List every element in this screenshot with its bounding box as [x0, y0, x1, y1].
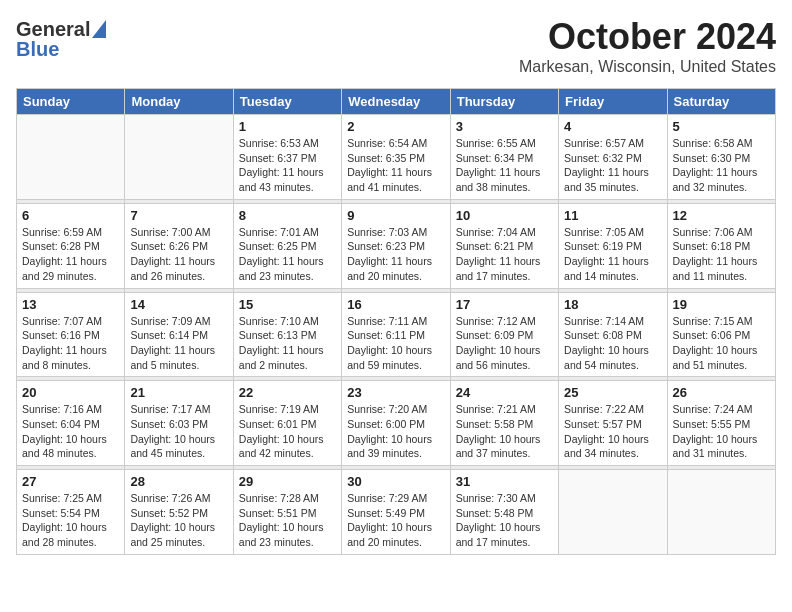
day-number: 24 [456, 385, 553, 400]
table-row: 8Sunrise: 7:01 AM Sunset: 6:25 PM Daylig… [233, 203, 341, 288]
table-row: 9Sunrise: 7:03 AM Sunset: 6:23 PM Daylig… [342, 203, 450, 288]
table-row: 2Sunrise: 6:54 AM Sunset: 6:35 PM Daylig… [342, 115, 450, 200]
table-row [125, 115, 233, 200]
day-number: 30 [347, 474, 444, 489]
header-thursday: Thursday [450, 89, 558, 115]
day-info: Sunrise: 7:14 AM Sunset: 6:08 PM Dayligh… [564, 314, 661, 373]
table-row: 16Sunrise: 7:11 AM Sunset: 6:11 PM Dayli… [342, 292, 450, 377]
table-row: 26Sunrise: 7:24 AM Sunset: 5:55 PM Dayli… [667, 381, 775, 466]
table-row: 28Sunrise: 7:26 AM Sunset: 5:52 PM Dayli… [125, 470, 233, 555]
table-row: 12Sunrise: 7:06 AM Sunset: 6:18 PM Dayli… [667, 203, 775, 288]
day-number: 23 [347, 385, 444, 400]
logo-blue-text: Blue [16, 38, 59, 61]
table-row [17, 115, 125, 200]
table-row: 19Sunrise: 7:15 AM Sunset: 6:06 PM Dayli… [667, 292, 775, 377]
day-number: 29 [239, 474, 336, 489]
calendar-table: Sunday Monday Tuesday Wednesday Thursday… [16, 88, 776, 555]
table-row: 1Sunrise: 6:53 AM Sunset: 6:37 PM Daylig… [233, 115, 341, 200]
day-number: 6 [22, 208, 119, 223]
calendar-week-row: 6Sunrise: 6:59 AM Sunset: 6:28 PM Daylig… [17, 203, 776, 288]
day-info: Sunrise: 7:15 AM Sunset: 6:06 PM Dayligh… [673, 314, 770, 373]
day-number: 16 [347, 297, 444, 312]
day-number: 18 [564, 297, 661, 312]
table-row: 31Sunrise: 7:30 AM Sunset: 5:48 PM Dayli… [450, 470, 558, 555]
day-number: 19 [673, 297, 770, 312]
calendar-week-row: 27Sunrise: 7:25 AM Sunset: 5:54 PM Dayli… [17, 470, 776, 555]
calendar-header-row: Sunday Monday Tuesday Wednesday Thursday… [17, 89, 776, 115]
day-number: 11 [564, 208, 661, 223]
header-tuesday: Tuesday [233, 89, 341, 115]
calendar-week-row: 20Sunrise: 7:16 AM Sunset: 6:04 PM Dayli… [17, 381, 776, 466]
day-info: Sunrise: 7:00 AM Sunset: 6:26 PM Dayligh… [130, 225, 227, 284]
table-row: 22Sunrise: 7:19 AM Sunset: 6:01 PM Dayli… [233, 381, 341, 466]
table-row: 10Sunrise: 7:04 AM Sunset: 6:21 PM Dayli… [450, 203, 558, 288]
day-number: 4 [564, 119, 661, 134]
day-info: Sunrise: 6:55 AM Sunset: 6:34 PM Dayligh… [456, 136, 553, 195]
day-info: Sunrise: 7:25 AM Sunset: 5:54 PM Dayligh… [22, 491, 119, 550]
day-number: 26 [673, 385, 770, 400]
table-row: 15Sunrise: 7:10 AM Sunset: 6:13 PM Dayli… [233, 292, 341, 377]
day-number: 22 [239, 385, 336, 400]
month-title: October 2024 [519, 16, 776, 58]
day-number: 27 [22, 474, 119, 489]
day-info: Sunrise: 7:17 AM Sunset: 6:03 PM Dayligh… [130, 402, 227, 461]
header-friday: Friday [559, 89, 667, 115]
table-row: 17Sunrise: 7:12 AM Sunset: 6:09 PM Dayli… [450, 292, 558, 377]
day-info: Sunrise: 7:19 AM Sunset: 6:01 PM Dayligh… [239, 402, 336, 461]
calendar-week-row: 1Sunrise: 6:53 AM Sunset: 6:37 PM Daylig… [17, 115, 776, 200]
day-number: 7 [130, 208, 227, 223]
day-info: Sunrise: 7:21 AM Sunset: 5:58 PM Dayligh… [456, 402, 553, 461]
day-number: 14 [130, 297, 227, 312]
day-number: 12 [673, 208, 770, 223]
table-row [667, 470, 775, 555]
header-saturday: Saturday [667, 89, 775, 115]
table-row: 27Sunrise: 7:25 AM Sunset: 5:54 PM Dayli… [17, 470, 125, 555]
day-info: Sunrise: 7:07 AM Sunset: 6:16 PM Dayligh… [22, 314, 119, 373]
day-number: 13 [22, 297, 119, 312]
table-row: 5Sunrise: 6:58 AM Sunset: 6:30 PM Daylig… [667, 115, 775, 200]
day-info: Sunrise: 7:20 AM Sunset: 6:00 PM Dayligh… [347, 402, 444, 461]
day-number: 15 [239, 297, 336, 312]
day-info: Sunrise: 7:12 AM Sunset: 6:09 PM Dayligh… [456, 314, 553, 373]
day-info: Sunrise: 7:10 AM Sunset: 6:13 PM Dayligh… [239, 314, 336, 373]
day-info: Sunrise: 7:01 AM Sunset: 6:25 PM Dayligh… [239, 225, 336, 284]
table-row: 20Sunrise: 7:16 AM Sunset: 6:04 PM Dayli… [17, 381, 125, 466]
day-info: Sunrise: 7:28 AM Sunset: 5:51 PM Dayligh… [239, 491, 336, 550]
table-row: 6Sunrise: 6:59 AM Sunset: 6:28 PM Daylig… [17, 203, 125, 288]
table-row: 21Sunrise: 7:17 AM Sunset: 6:03 PM Dayli… [125, 381, 233, 466]
table-row: 18Sunrise: 7:14 AM Sunset: 6:08 PM Dayli… [559, 292, 667, 377]
table-row: 4Sunrise: 6:57 AM Sunset: 6:32 PM Daylig… [559, 115, 667, 200]
location: Markesan, Wisconsin, United States [519, 58, 776, 76]
day-number: 9 [347, 208, 444, 223]
page-header: General Blue October 2024 Markesan, Wisc… [16, 16, 776, 76]
day-info: Sunrise: 7:05 AM Sunset: 6:19 PM Dayligh… [564, 225, 661, 284]
day-info: Sunrise: 7:26 AM Sunset: 5:52 PM Dayligh… [130, 491, 227, 550]
table-row: 13Sunrise: 7:07 AM Sunset: 6:16 PM Dayli… [17, 292, 125, 377]
header-sunday: Sunday [17, 89, 125, 115]
table-row: 25Sunrise: 7:22 AM Sunset: 5:57 PM Dayli… [559, 381, 667, 466]
day-info: Sunrise: 7:04 AM Sunset: 6:21 PM Dayligh… [456, 225, 553, 284]
table-row: 11Sunrise: 7:05 AM Sunset: 6:19 PM Dayli… [559, 203, 667, 288]
day-info: Sunrise: 6:53 AM Sunset: 6:37 PM Dayligh… [239, 136, 336, 195]
day-info: Sunrise: 7:30 AM Sunset: 5:48 PM Dayligh… [456, 491, 553, 550]
calendar-week-row: 13Sunrise: 7:07 AM Sunset: 6:16 PM Dayli… [17, 292, 776, 377]
day-number: 3 [456, 119, 553, 134]
day-info: Sunrise: 7:22 AM Sunset: 5:57 PM Dayligh… [564, 402, 661, 461]
day-number: 2 [347, 119, 444, 134]
svg-marker-0 [92, 20, 106, 38]
day-info: Sunrise: 7:09 AM Sunset: 6:14 PM Dayligh… [130, 314, 227, 373]
day-number: 1 [239, 119, 336, 134]
day-number: 20 [22, 385, 119, 400]
day-number: 17 [456, 297, 553, 312]
day-info: Sunrise: 6:59 AM Sunset: 6:28 PM Dayligh… [22, 225, 119, 284]
day-number: 8 [239, 208, 336, 223]
table-row: 23Sunrise: 7:20 AM Sunset: 6:00 PM Dayli… [342, 381, 450, 466]
table-row: 7Sunrise: 7:00 AM Sunset: 6:26 PM Daylig… [125, 203, 233, 288]
day-number: 25 [564, 385, 661, 400]
table-row: 24Sunrise: 7:21 AM Sunset: 5:58 PM Dayli… [450, 381, 558, 466]
day-info: Sunrise: 6:58 AM Sunset: 6:30 PM Dayligh… [673, 136, 770, 195]
table-row: 29Sunrise: 7:28 AM Sunset: 5:51 PM Dayli… [233, 470, 341, 555]
day-number: 31 [456, 474, 553, 489]
day-info: Sunrise: 7:24 AM Sunset: 5:55 PM Dayligh… [673, 402, 770, 461]
logo-triangle-icon [92, 20, 106, 42]
